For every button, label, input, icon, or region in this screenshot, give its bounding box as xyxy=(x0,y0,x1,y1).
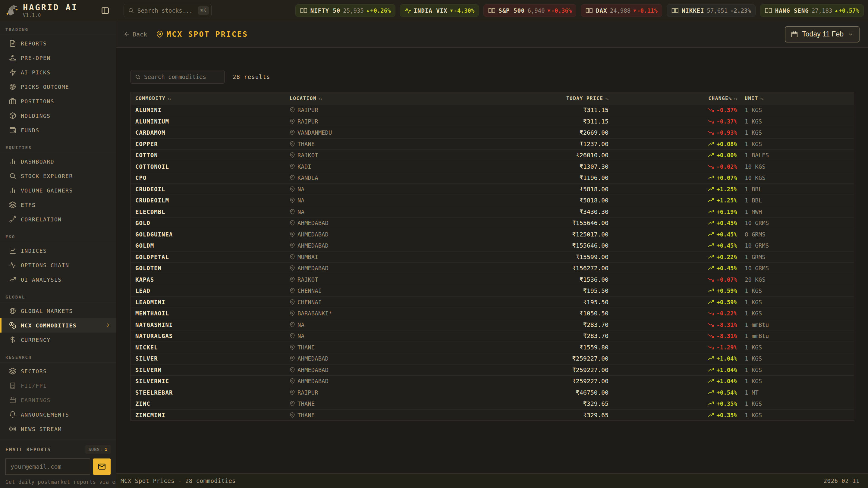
table-row[interactable]: GOLD AHMEDABAD ₹155646.00 +0.45% 10 GRMS xyxy=(131,217,854,229)
table-row[interactable]: CARDAMOM VANDANMEDU ₹2669.00 -0.93% 1 KG… xyxy=(131,127,854,138)
shortcut-badge: ⌘K xyxy=(198,6,209,15)
market-ticker[interactable]: HANG SENG 27,183 ▲ +0.57% xyxy=(760,4,864,17)
ticker-change: ▼ -0.36% xyxy=(548,7,572,14)
table-row[interactable]: CRUDEOIL NA ₹5818.00 +1.25% 1 BBL xyxy=(131,184,854,195)
location-label: CHENNAI xyxy=(298,299,321,305)
stock-search[interactable]: ⌘K xyxy=(124,4,212,17)
table-row[interactable]: GOLDM AHMEDABAD ₹155646.00 +0.45% 10 GRM… xyxy=(131,240,854,251)
table-row[interactable]: NATGASMINI NA ₹283.70 -8.31% 1 mmBtu xyxy=(131,319,854,330)
back-button[interactable]: Back xyxy=(124,31,147,38)
search-icon xyxy=(128,7,134,13)
table-row[interactable]: ELECDMBL NA ₹3430.30 +6.19% 1 MWH xyxy=(131,206,854,218)
table-row[interactable]: ALUMINIUM RAIPUR ₹311.15 -0.37% 1 KGS xyxy=(131,116,854,127)
sidebar-item[interactable]: SECTORS xyxy=(0,364,116,378)
market-ticker[interactable]: INDIA VIX ▼ -4.30% xyxy=(400,4,479,17)
table-row[interactable]: ZINCMINI THANE ₹329.65 +0.35% 1 KGS xyxy=(131,410,854,421)
sidebar-item[interactable]: CURRENCY xyxy=(0,332,116,347)
change-label: +0.45% xyxy=(716,231,737,238)
column-header-commodity[interactable]: COMMODITY xyxy=(131,96,290,101)
ticker-label: INDIA VIX xyxy=(414,7,447,14)
price-cell: ₹15599.00 xyxy=(444,253,609,261)
sidebar-item[interactable]: VOLUME GAINERS xyxy=(0,183,116,198)
sidebar-item-icon xyxy=(9,276,16,283)
column-header-location[interactable]: LOCATION xyxy=(290,96,444,101)
sidebar-item[interactable]: FUNDS xyxy=(0,123,116,137)
commodity-cell: CRUDEOIL xyxy=(131,186,290,193)
sidebar-item[interactable]: MCX COMMODITIES xyxy=(0,318,116,332)
table-row[interactable]: KAPAS RAJKOT ₹1536.00 -0.07% 20 KGS xyxy=(131,274,854,285)
sidebar-item[interactable]: FII/FPI xyxy=(0,378,116,393)
change-label: +0.35% xyxy=(716,400,737,407)
sidebar-item-label: PICKS OUTCOME xyxy=(21,84,69,90)
sidebar-item[interactable]: ETFS xyxy=(0,198,116,212)
commodity-search-input[interactable] xyxy=(144,73,220,80)
table-row[interactable]: SILVER AHMEDABAD ₹259227.00 +1.04% 1 KGS xyxy=(131,353,854,364)
table-row[interactable]: LEADMINI CHENNAI ₹195.50 +0.59% 1 KGS xyxy=(131,296,854,308)
sidebar-item[interactable]: INDICES xyxy=(0,243,116,258)
change-cell: +0.45% xyxy=(609,242,737,249)
sort-icon xyxy=(605,96,609,101)
table-row[interactable]: MENTHAOIL BARABANKI* ₹1050.50 -0.22% 1 K… xyxy=(131,307,854,319)
table-row[interactable]: GOLDGUINEA AHMEDABAD ₹125017.00 +0.45% 8… xyxy=(131,229,854,240)
sidebar-item[interactable]: STOCK EXPLORER xyxy=(0,169,116,183)
table-row[interactable]: STEELREBAR RAIPUR ₹46750.00 +0.54% 1 MT xyxy=(131,387,854,398)
sidebar-item[interactable]: HOLDINGS xyxy=(0,108,116,123)
market-ticker[interactable]: DAX 24,988 ▼ -0.11% xyxy=(581,4,662,17)
sidebar-item[interactable]: ANNOUNCEMENTS xyxy=(0,407,116,422)
sidebar-item-label: OPTIONS CHAIN xyxy=(21,262,69,268)
column-header-change[interactable]: CHANGE% xyxy=(609,96,737,101)
table-row[interactable]: LEAD CHENNAI ₹195.50 +0.59% 1 KGS xyxy=(131,285,854,296)
sidebar-item[interactable]: DASHBOARD xyxy=(0,154,116,169)
stock-search-input[interactable] xyxy=(137,7,198,14)
table-row[interactable]: ALUMINI RAIPUR ₹311.15 -0.37% 1 KGS xyxy=(131,104,854,116)
table-row[interactable]: NICKEL THANE ₹1559.80 -1.29% 1 KGS xyxy=(131,341,854,353)
commodity-search[interactable] xyxy=(130,70,224,84)
market-ticker[interactable]: NIFTY 50 25,935 ▲ +0.26% xyxy=(296,4,396,17)
sidebar-item[interactable]: NEWS STREAM xyxy=(0,422,116,436)
trend-icon xyxy=(708,107,714,113)
change-cell: +1.04% xyxy=(609,355,737,362)
sidebar-item[interactable]: POSITIONS xyxy=(0,94,116,108)
sidebar-item[interactable]: OPTIONS CHAIN xyxy=(0,258,116,272)
column-header-price[interactable]: TODAY PRICE xyxy=(444,96,609,101)
sidebar-item[interactable]: CORRELATION xyxy=(0,212,116,227)
subscribe-button[interactable] xyxy=(93,458,111,475)
table-row[interactable]: COTTONOIL KADI ₹1307.30 -0.02% 10 KGS xyxy=(131,161,854,172)
sidebar-toggle-button[interactable] xyxy=(101,6,110,15)
sidebar-item[interactable]: AI PICKS xyxy=(0,65,116,79)
sidebar-item-label: ETFS xyxy=(21,202,36,208)
change-value: +0.57% xyxy=(838,7,859,14)
location-label: NA xyxy=(298,197,304,204)
sidebar-item[interactable]: OI ANALYSIS xyxy=(0,272,116,287)
panel-left-icon xyxy=(101,6,110,15)
sidebar-item[interactable]: REPORTS xyxy=(0,36,116,51)
location-cell: CHENNAI xyxy=(290,299,444,305)
trend-icon xyxy=(708,412,714,418)
table-row[interactable]: NATURALGAS NA ₹283.70 -8.31% 1 mmBtu xyxy=(131,330,854,341)
table-row[interactable]: CPO KANDLA ₹1196.00 +0.07% 10 KGS xyxy=(131,172,854,184)
column-header-unit[interactable]: UNIT xyxy=(737,96,854,101)
subs-badge: SUBS: 1 xyxy=(85,445,111,454)
change-label: +0.00% xyxy=(716,152,737,158)
date-picker-button[interactable]: Today 11 Feb xyxy=(785,26,860,42)
table-row[interactable]: COPPER THANE ₹1237.00 +0.08% 1 KGS xyxy=(131,138,854,150)
sidebar-item[interactable]: PICKS OUTCOME xyxy=(0,79,116,94)
table-row[interactable]: CRUDEOILM NA ₹5818.00 +1.25% 1 BBL xyxy=(131,195,854,206)
sidebar-item[interactable]: PRE-OPEN xyxy=(0,51,116,65)
location-cell: RAIPUR xyxy=(290,389,444,396)
table-row[interactable]: GOLDTEN AHMEDABAD ₹156272.00 +0.45% 10 G… xyxy=(131,262,854,274)
table-row[interactable]: SILVERMIC AHMEDABAD ₹259227.00 +1.04% 1 … xyxy=(131,375,854,387)
sidebar-item[interactable]: EARNINGS xyxy=(0,393,116,407)
commodity-cell: ALUMINI xyxy=(131,107,290,113)
unit-cell: 1 BALES xyxy=(737,152,854,158)
market-ticker[interactable]: NIKKEI 57,651 -2.23% xyxy=(667,4,755,17)
table-row[interactable]: COTTON RAJKOT ₹26010.00 +0.00% 1 BALES xyxy=(131,150,854,161)
commodity-cell: SILVERM xyxy=(131,367,290,373)
section-label: EQUITIES xyxy=(0,140,116,153)
table-row[interactable]: ZINC THANE ₹329.65 +0.35% 1 KGS xyxy=(131,398,854,410)
email-field[interactable] xyxy=(5,458,90,475)
sidebar-item[interactable]: GLOBAL MARKETS xyxy=(0,304,116,318)
market-ticker[interactable]: S&P 500 6,940 ▼ -0.36% xyxy=(484,4,576,17)
table-row[interactable]: GOLDPETAL MUMBAI ₹15599.00 +0.22% 1 GRMS xyxy=(131,251,854,263)
table-row[interactable]: SILVERM AHMEDABAD ₹259227.00 +1.04% 1 KG… xyxy=(131,364,854,376)
